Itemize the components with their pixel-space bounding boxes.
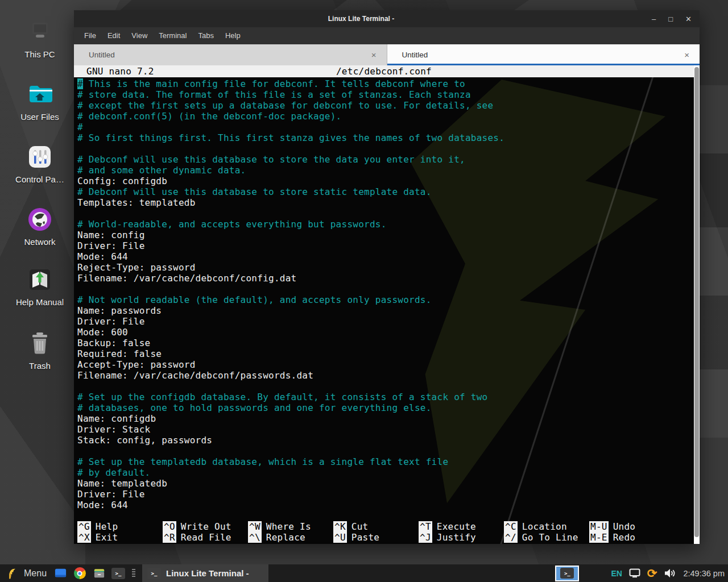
nano-shortcut-where-is[interactable]: ^WWhere Is [248,521,333,532]
terminal-screen[interactable]: GNU nano 7.2 /etc/debconf.conf # This is… [74,65,700,544]
editor-line: Name: templatedb [77,478,690,489]
desktop-icon-user-files[interactable]: User Files [3,80,76,122]
editor-line: Driver: File [77,316,690,327]
tab-close-icon[interactable]: × [371,50,377,60]
shortcut-label: Execute [437,521,476,532]
shortcut-key: M-E [589,532,609,543]
nano-shortcut-write-out[interactable]: ^OWrite Out [163,521,248,532]
menu-item-terminal[interactable]: Terminal [153,27,192,44]
desktop-icon-trash[interactable]: Trash [3,329,76,371]
linux-lite-logo-icon[interactable] [5,567,18,580]
minimize-button[interactable]: – [652,15,656,23]
menu-item-tabs[interactable]: Tabs [192,27,219,44]
globe-icon [3,205,76,234]
nano-shortcut-help[interactable]: ^GHelp [77,521,163,532]
editor-line [77,381,690,392]
shortcut-label: Undo [613,521,636,532]
desktop-display-icon[interactable] [53,567,67,580]
nano-shortcut-location[interactable]: ^CLocation [504,521,589,532]
editor-line: # Not world readable (the default), and … [77,294,690,305]
shortcut-key: ^O [163,521,176,532]
trash-can-icon [3,329,76,358]
volume-tray-icon[interactable] [663,567,676,580]
desktop-icon-this-pc[interactable]: This PC [3,17,76,59]
editor-line: # and some other dynamic data. [77,165,690,176]
shortcut-key: M-U [589,521,609,532]
updates-tray-icon[interactable]: ⟳ [647,567,657,579]
tab-label: Untitled [89,51,371,59]
shortcut-label: Where Is [266,521,311,532]
tasklist-handle[interactable] [132,569,135,578]
close-button[interactable]: ✕ [685,15,692,23]
menu-item-file[interactable]: File [78,27,102,44]
terminal-icon: >_ [560,568,574,579]
clock[interactable]: 2:49:36 pm [683,569,725,578]
maximize-button[interactable]: □ [668,15,673,23]
nano-shortcut-paste[interactable]: ^UPaste [333,532,419,543]
shortcut-key: ^C [504,521,518,532]
editor-line: # databases, one to hold passwords and o… [77,402,690,413]
shortcut-key: ^K [333,521,347,532]
menu-item-edit[interactable]: Edit [102,27,126,44]
tab-untitled-2[interactable]: Untitled × [387,44,700,65]
shortcut-label: Write Out [181,521,231,532]
nano-shortcut-replace[interactable]: ^\Replace [248,532,333,543]
file-manager-icon[interactable] [92,567,106,580]
shortcut-key: ^\ [248,532,262,543]
shortcut-key: ^R [163,532,176,543]
desktop-icon-network[interactable]: Network [3,205,76,247]
nano-shortcut-go-to-line[interactable]: ^/Go To Line [504,532,589,543]
editor-line: Stack: config, passwords [77,435,690,446]
task-button-terminal[interactable]: >_ Linux Lite Terminal - [142,564,268,582]
shortcut-key: ^T [419,521,432,532]
desktop-icon-label: This PC [3,49,76,59]
shortcut-key: ^J [419,532,432,543]
nano-shortcut-read-file[interactable]: ^RRead File [163,532,248,543]
terminal-icon: >_ [147,568,161,579]
wallpaper-facet [0,352,85,582]
menu-button[interactable]: Menu [24,568,47,579]
tab-bar: Untitled × Untitled × [74,44,700,65]
shortcut-label: Justify [437,532,476,543]
taskbar: Menu >_ >_ Linux Lite Terminal - > [0,564,728,582]
text-cursor: # [77,78,83,89]
nano-shortcut-justify[interactable]: ^JJustify [419,532,504,543]
terminal-launcher-icon[interactable]: >_ [111,568,125,579]
tab-close-icon[interactable]: × [684,50,689,60]
editor-line: # Debconf will use this database to stor… [77,154,690,165]
window-titlebar[interactable]: Linux Lite Terminal - – □ ✕ [74,10,700,27]
editor-line [77,446,690,456]
desktop-icon-control-panel[interactable]: Control Pa… [3,142,76,184]
scrollbar-thumb[interactable] [694,67,699,537]
editor-line: Name: config [77,230,690,240]
editor-line: # by default. [77,467,690,478]
editor-line: Name: configdb [77,413,690,424]
tab-label: Untitled [402,51,685,59]
keyboard-layout-indicator[interactable]: EN [611,569,622,578]
shortcut-key: ^G [77,521,91,532]
nano-shortcut-execute[interactable]: ^TExecute [419,521,504,532]
shortcut-key: ^U [333,532,347,543]
menu-item-view[interactable]: View [126,27,153,44]
shortcut-label: Go To Line [522,532,578,543]
nano-filename: /etc/debconf.conf [74,65,694,77]
editor-line: Config: configdb [77,176,690,186]
desktop-icon-help-manual[interactable]: Help Manual [3,265,76,307]
nano-shortcut-exit[interactable]: ^XExit [77,532,163,543]
editor-line: # So first things first. This first stan… [77,132,690,143]
terminal-scrollbar[interactable] [694,65,700,544]
editor-line: # except the first sets up a database fo… [77,100,690,111]
nano-shortcut-undo[interactable]: M-UUndo [589,521,675,532]
nano-shortcut-redo[interactable]: M-ERedo [589,532,675,543]
nano-shortcut-cut[interactable]: ^KCut [333,521,419,532]
chrome-browser-icon[interactable] [73,567,86,580]
editor-line: Backup: false [77,338,690,348]
editor-line: Driver: Stack [77,424,690,435]
sliders-icon [3,142,76,172]
editor-line: # World-readable, and accepts everything… [77,219,690,230]
tray-terminal-focused-icon[interactable]: >_ [555,566,579,581]
display-settings-tray-icon[interactable] [628,567,642,580]
tab-untitled-1[interactable]: Untitled × [74,44,387,65]
nano-shortcut-bar: ^GHelp^OWrite Out^WWhere Is^KCut^TExecut… [77,521,689,543]
menu-item-help[interactable]: Help [220,27,246,44]
